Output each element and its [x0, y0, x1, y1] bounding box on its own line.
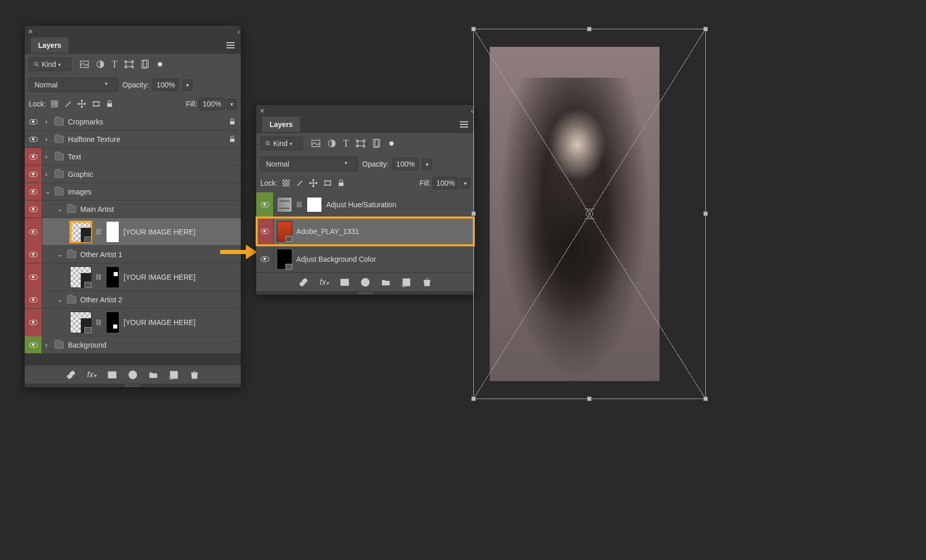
resize-grip[interactable]	[256, 291, 474, 295]
layer-images[interactable]: ⌄ Images	[25, 183, 241, 201]
layer-your-image-1[interactable]: ⛓ [YOUR IMAGE HERE]	[25, 218, 241, 246]
adjustment-thumb[interactable]	[277, 197, 292, 212]
smart-object-thumb[interactable]	[70, 221, 92, 243]
fill-value[interactable]: 100%	[199, 98, 225, 110]
chevron-down-icon[interactable]: ⌄	[45, 188, 50, 195]
visibility-icon[interactable]	[261, 202, 269, 207]
filter-shape-icon[interactable]	[356, 139, 365, 148]
visibility-icon[interactable]	[29, 207, 38, 212]
layer-other-artist-2[interactable]: ⌄ Other Artist 2	[25, 291, 241, 309]
filter-smartobject-icon[interactable]	[372, 139, 381, 148]
filter-shape-icon[interactable]	[124, 60, 134, 68]
visibility-icon[interactable]	[261, 229, 269, 234]
blend-mode-select[interactable]: Normal▾	[29, 78, 118, 92]
blend-mode-select[interactable]: Normal▾	[260, 157, 358, 171]
opacity-value[interactable]: 100%	[153, 79, 179, 91]
layer-background[interactable]: › Background	[25, 336, 241, 354]
lock-position-icon[interactable]	[309, 179, 317, 187]
new-group-icon[interactable]	[149, 370, 158, 380]
handle-right-middle[interactable]	[703, 211, 708, 216]
mask-link-icon[interactable]: ⛓	[296, 201, 302, 208]
panel-header[interactable]: ✕ ‹‹	[25, 26, 241, 37]
close-icon[interactable]: ✕	[259, 107, 265, 115]
layer-hue-saturation[interactable]: ⛓ Adjust Hue/Saturation	[256, 192, 474, 217]
layer-adjust-bg-color[interactable]: Adjust Background Color	[256, 246, 474, 273]
visibility-icon[interactable]	[29, 137, 38, 142]
opacity-value[interactable]: 100%	[393, 158, 418, 170]
collapse-icon[interactable]: ‹‹	[471, 107, 471, 115]
lock-transparency-icon[interactable]	[282, 179, 290, 187]
chevron-right-icon[interactable]: ›	[45, 136, 50, 143]
chevron-right-icon[interactable]: ›	[45, 118, 50, 125]
lock-pixels-icon[interactable]	[64, 100, 72, 107]
mask-link-icon[interactable]: ⛓	[96, 274, 102, 281]
mask-link-icon[interactable]: ⛓	[96, 319, 102, 326]
lock-all-icon[interactable]	[106, 100, 113, 107]
opacity-stepper[interactable]: ▾	[422, 159, 432, 170]
filter-type-icon[interactable]: T	[112, 59, 117, 70]
layer-your-image-3[interactable]: ⛓ [YOUR IMAGE HERE]	[25, 309, 241, 336]
lock-transparency-icon[interactable]	[51, 100, 58, 107]
layer-other-artist-1[interactable]: ⌄ Other Artist 1	[25, 246, 241, 263]
layer-your-image-2[interactable]: ⛓ [YOUR IMAGE HERE]	[25, 263, 241, 291]
layer-fx-icon[interactable]: fx▾	[319, 278, 328, 287]
panel-menu-icon[interactable]	[226, 42, 235, 48]
tab-layers[interactable]: Layers	[31, 38, 68, 53]
new-layer-icon[interactable]	[169, 370, 179, 380]
chevron-down-icon[interactable]: ⌄	[58, 296, 63, 303]
fill-stepper[interactable]: ▾	[227, 99, 237, 110]
chevron-down-icon[interactable]: ⌄	[58, 251, 63, 258]
canvas-transform[interactable]	[473, 29, 706, 399]
link-layers-icon[interactable]	[299, 278, 308, 287]
layer-fx-icon[interactable]: fx▾	[87, 370, 96, 380]
new-group-icon[interactable]	[381, 278, 390, 287]
smart-object-thumb[interactable]	[277, 221, 292, 242]
fill-value[interactable]: 100%	[433, 177, 458, 189]
visibility-icon[interactable]	[29, 320, 38, 325]
link-layers-icon[interactable]	[66, 370, 76, 380]
filter-toggle[interactable]	[388, 140, 395, 147]
handle-top-left[interactable]	[471, 27, 476, 31]
delete-layer-icon[interactable]	[422, 278, 432, 287]
visibility-icon[interactable]	[29, 342, 38, 348]
layer-text[interactable]: › Text	[25, 148, 241, 166]
tab-layers[interactable]: Layers	[262, 117, 300, 132]
transform-bounding-box[interactable]	[473, 29, 706, 399]
visibility-icon[interactable]	[29, 172, 38, 177]
filter-adjustment-icon[interactable]	[96, 60, 104, 68]
panel-header[interactable]: ✕ ‹‹	[256, 105, 474, 116]
add-mask-icon[interactable]	[108, 370, 117, 380]
lock-artboard-icon[interactable]	[324, 179, 332, 187]
filter-image-icon[interactable]	[311, 140, 320, 147]
filter-toggle[interactable]	[156, 61, 164, 68]
filter-image-icon[interactable]	[80, 61, 89, 68]
mask-link-icon[interactable]: ⛓	[96, 228, 102, 236]
layer-halftone[interactable]: › Halftone Texture	[25, 131, 241, 148]
chevron-right-icon[interactable]: ›	[45, 341, 50, 349]
visibility-icon[interactable]	[29, 297, 38, 302]
handle-bottom-middle[interactable]	[587, 396, 592, 401]
layer-graphic[interactable]: › Graphic	[25, 166, 241, 183]
lock-pixels-icon[interactable]	[296, 179, 303, 187]
collapse-icon[interactable]: ‹‹	[237, 28, 238, 35]
filter-smartobject-icon[interactable]	[141, 60, 149, 69]
visibility-icon[interactable]	[29, 119, 38, 124]
lock-all-icon[interactable]	[338, 179, 344, 187]
add-mask-icon[interactable]	[340, 278, 349, 287]
filter-adjustment-icon[interactable]	[328, 139, 336, 148]
new-layer-icon[interactable]	[402, 278, 411, 287]
visibility-icon[interactable]	[29, 154, 38, 159]
visibility-icon[interactable]	[29, 275, 38, 280]
filter-kind-select[interactable]: Kind ▾	[29, 58, 72, 71]
handle-left-middle[interactable]	[471, 211, 476, 216]
smart-object-thumb[interactable]	[70, 266, 92, 288]
layer-mask-thumb[interactable]	[307, 197, 322, 212]
chevron-right-icon[interactable]: ›	[45, 153, 50, 160]
layer-main-artist[interactable]: ⌄ Main Artist	[25, 201, 241, 218]
filter-kind-select[interactable]: Kind ▾	[260, 137, 303, 150]
handle-top-middle[interactable]	[587, 27, 592, 31]
transform-center-point[interactable]	[586, 210, 593, 218]
lock-artboard-icon[interactable]	[92, 100, 100, 107]
filter-type-icon[interactable]: T	[343, 138, 349, 149]
handle-top-right[interactable]	[703, 27, 708, 31]
